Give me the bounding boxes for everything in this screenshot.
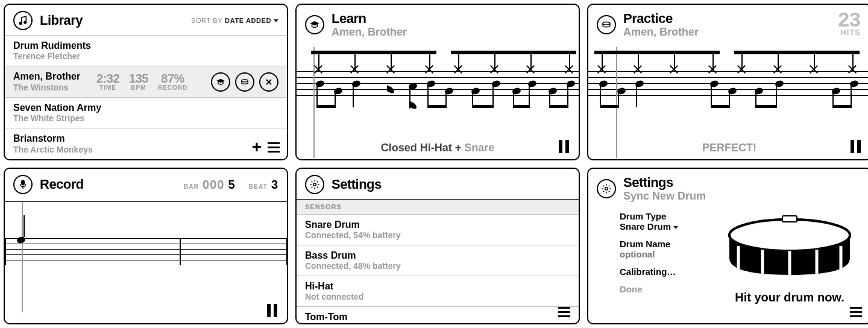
learn-title: Learn [332, 11, 407, 26]
microphone-icon [13, 175, 33, 194]
sensor-row[interactable]: Tom-Tom [297, 307, 579, 324]
track-artist: The Arctic Monkeys [13, 145, 93, 154]
practice-title: Practice [623, 11, 699, 26]
pause-button[interactable] [851, 140, 861, 153]
svg-point-8 [729, 219, 850, 251]
record-title: Record [40, 177, 84, 192]
settings-title: Settings [332, 177, 382, 192]
menu-icon[interactable] [558, 307, 570, 317]
track-title: Seven Nation Army [13, 102, 101, 113]
drum-icon [597, 15, 616, 34]
sensor-row[interactable]: Bass Drum Connected, 48% battery [297, 245, 579, 276]
note [17, 237, 25, 243]
svg-point-3 [603, 22, 610, 25]
learn-subtitle: Amen, Brother [332, 26, 407, 39]
settings-sync-title: Settings [623, 175, 706, 190]
library-title: Library [40, 13, 83, 28]
drum-illustration: Hit your drum now. [717, 211, 862, 304]
sort-by-label: SORT BY [191, 17, 222, 24]
sort-by-control[interactable]: SORT BY DATE ADDED [191, 17, 278, 24]
settings-sync-subtitle: Sync New Drum [623, 190, 706, 203]
library-row[interactable]: Seven Nation Army The White Stripes [5, 97, 287, 128]
hit-counter: 23 HITS [838, 10, 861, 37]
sensor-row[interactable]: Hi-Hat Not connected [297, 276, 579, 307]
track-artist: Terence Fletcher [13, 51, 92, 61]
music-score [588, 47, 868, 119]
track-artist: The White Stripes [13, 113, 101, 123]
record-panel: Record BAR 0005 BEAT 3 [4, 168, 288, 324]
track-title: Amen, Brother [13, 71, 92, 82]
svg-point-0 [19, 22, 22, 25]
track-record: 87% RECORD [158, 72, 187, 92]
sensor-row[interactable]: Snare Drum Connected, 54% battery [297, 215, 579, 245]
svg-point-2 [242, 80, 248, 82]
playhead [22, 202, 23, 312]
library-header: Library SORT BY DATE ADDED [5, 5, 287, 35]
practice-panel: Practice Amen, Brother 23 HITS [587, 4, 868, 160]
learn-panel: Learn Amen, Brother [295, 4, 580, 160]
learn-button[interactable] [211, 72, 230, 92]
done-button[interactable]: Done [620, 284, 717, 294]
section-label: SENSORS [297, 199, 579, 215]
settings-panel: Settings SENSORS Snare Drum Connected, 5… [295, 168, 580, 324]
track-time: 2:32 TIME [96, 72, 119, 92]
practice-button[interactable] [235, 72, 254, 92]
track-bpm: 135 BPM [129, 72, 148, 92]
track-title: Drum Rudiments [13, 40, 92, 51]
chevron-down-icon [274, 19, 278, 22]
track-title: Brianstorm [13, 133, 93, 144]
practice-subtitle: Amen, Brother [623, 26, 699, 39]
music-note-icon [13, 11, 33, 30]
sort-by-value: DATE ADDED [225, 17, 271, 24]
svg-point-5 [313, 183, 316, 186]
svg-rect-14 [782, 216, 797, 222]
menu-icon[interactable] [268, 142, 280, 153]
graduation-cap-icon [305, 15, 324, 34]
pause-button[interactable] [267, 304, 277, 317]
music-score [297, 47, 579, 119]
learn-header: Learn Amen, Brother [297, 5, 579, 43]
current-hit-label: Closed Hi-Hat + Snare [297, 142, 579, 154]
close-button[interactable] [259, 72, 278, 92]
library-row-selected[interactable]: Amen, Brother The Winstons 2:32 TIME 135… [5, 66, 287, 96]
drum-type-label: Drum Type [620, 211, 717, 221]
practice-status: PERFECT! [588, 142, 868, 154]
practice-header: Practice Amen, Brother [588, 5, 868, 43]
drum-type-select[interactable]: Snare Drum [620, 221, 717, 232]
svg-rect-4 [22, 180, 25, 185]
svg-point-6 [605, 188, 608, 191]
chevron-down-icon [673, 226, 678, 229]
hit-prompt: Hit your drum now. [735, 291, 844, 304]
library-row[interactable]: Drum Rudiments Terence Fletcher [5, 35, 287, 66]
track-artist: The Winstons [13, 83, 92, 92]
settings-sync-panel: Settings Sync New Drum Drum Type Snare D… [587, 168, 868, 324]
bar-beat-display: BAR 0005 BEAT 3 [184, 178, 278, 192]
svg-point-1 [24, 21, 27, 24]
library-row[interactable]: Brianstorm The Arctic Monkeys [5, 128, 287, 159]
menu-icon[interactable] [850, 307, 862, 317]
settings-header: Settings [297, 169, 579, 199]
calibrating-label: Calibrating… [620, 266, 717, 277]
pause-button[interactable] [559, 140, 569, 153]
settings-sync-header: Settings Sync New Drum [588, 169, 868, 207]
drum-name-label: Drum Name [620, 239, 717, 249]
record-header: Record BAR 0005 BEAT 3 [5, 169, 287, 199]
gear-icon [305, 175, 324, 194]
add-track-button[interactable]: + [252, 139, 262, 156]
gear-icon [597, 179, 616, 198]
library-panel: Library SORT BY DATE ADDED Drum Rudiment… [4, 4, 288, 160]
record-score [5, 201, 287, 292]
